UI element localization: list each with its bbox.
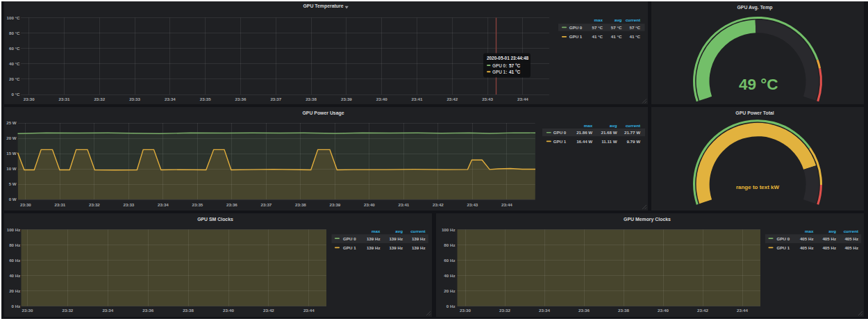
svg-text:23:31: 23:31 bbox=[54, 202, 65, 207]
svg-text:GPU Memory Clocks: GPU Memory Clocks bbox=[624, 217, 671, 222]
svg-text:139 Hz: 139 Hz bbox=[367, 245, 381, 250]
svg-text:GPU 0: GPU 0 bbox=[553, 130, 567, 135]
svg-text:23:30: 23:30 bbox=[460, 308, 471, 313]
svg-text:23:41: 23:41 bbox=[398, 202, 409, 207]
svg-text:23:38: 23:38 bbox=[295, 202, 306, 207]
svg-text:40 Hz: 40 Hz bbox=[9, 273, 20, 278]
svg-text:405 Hz: 405 Hz bbox=[844, 245, 858, 250]
svg-text:23:32: 23:32 bbox=[62, 308, 73, 313]
svg-text:21.77 W: 21.77 W bbox=[624, 130, 640, 135]
svg-text:GPU Power Total: GPU Power Total bbox=[735, 110, 774, 115]
svg-text:23:44: 23:44 bbox=[303, 308, 315, 313]
svg-text:405 Hz: 405 Hz bbox=[844, 236, 858, 241]
svg-text:23:33: 23:33 bbox=[129, 97, 140, 101]
svg-text:avg: avg bbox=[395, 229, 403, 233]
svg-text:GPU 0: GPU 0 bbox=[569, 24, 583, 29]
svg-text:23:32: 23:32 bbox=[89, 202, 100, 207]
svg-text:23:39: 23:39 bbox=[341, 97, 352, 101]
svg-text:current: current bbox=[410, 229, 425, 233]
svg-text:max: max bbox=[372, 229, 381, 233]
svg-text:23:42: 23:42 bbox=[697, 308, 708, 313]
svg-text:23:35: 23:35 bbox=[192, 202, 203, 207]
svg-text:23:42: 23:42 bbox=[263, 308, 274, 313]
svg-text:max: max bbox=[805, 229, 814, 233]
svg-text:23:42: 23:42 bbox=[433, 202, 444, 207]
svg-text:100 Hz: 100 Hz bbox=[7, 227, 21, 232]
svg-text:23:42: 23:42 bbox=[446, 97, 458, 101]
svg-text:23:34: 23:34 bbox=[102, 308, 113, 313]
svg-text:23:38: 23:38 bbox=[618, 308, 629, 313]
svg-text:max: max bbox=[584, 123, 593, 128]
svg-text:41 °C: 41 °C bbox=[629, 34, 640, 39]
svg-text:23:40: 23:40 bbox=[223, 308, 234, 313]
svg-text:0 Hz: 0 Hz bbox=[12, 304, 21, 308]
svg-text:23:39: 23:39 bbox=[329, 202, 340, 207]
svg-text:23:34: 23:34 bbox=[539, 308, 550, 313]
svg-text:9.79 W: 9.79 W bbox=[626, 139, 640, 144]
svg-text:41 °C: 41 °C bbox=[611, 34, 622, 39]
svg-text:20 W: 20 W bbox=[6, 135, 17, 140]
svg-text:23:37: 23:37 bbox=[260, 202, 272, 207]
svg-text:GPU 1: GPU 1 bbox=[777, 245, 790, 250]
svg-text:139 Hz: 139 Hz bbox=[389, 236, 403, 241]
svg-text:40 °C: 40 °C bbox=[9, 61, 20, 66]
svg-text:GPU Power Usage: GPU Power Usage bbox=[302, 110, 344, 116]
svg-text:23:32: 23:32 bbox=[499, 308, 510, 313]
svg-text:25 W: 25 W bbox=[6, 120, 17, 125]
svg-text:23:36: 23:36 bbox=[578, 308, 590, 313]
svg-text:2020-05-01 23:44:48: 2020-05-01 23:44:48 bbox=[487, 56, 528, 60]
svg-text:21.86 W: 21.86 W bbox=[576, 130, 592, 135]
svg-text:23:43: 23:43 bbox=[482, 97, 493, 101]
svg-text:23:32: 23:32 bbox=[94, 97, 105, 101]
svg-text:60 °C: 60 °C bbox=[9, 45, 20, 50]
svg-text:GPU 1: GPU 1 bbox=[343, 245, 356, 250]
svg-text:41 °C: 41 °C bbox=[592, 34, 603, 39]
svg-text:60 Hz: 60 Hz bbox=[444, 258, 455, 263]
svg-text:23:40: 23:40 bbox=[658, 308, 669, 313]
svg-text:23:40: 23:40 bbox=[364, 202, 375, 207]
svg-text:GPU 0: GPU 0 bbox=[777, 236, 790, 241]
svg-text:23:36: 23:36 bbox=[235, 97, 247, 101]
svg-text:80 °C: 80 °C bbox=[9, 30, 20, 35]
svg-text:139 Hz: 139 Hz bbox=[367, 236, 381, 241]
svg-text:GPU Avg. Temp: GPU Avg. Temp bbox=[737, 4, 772, 10]
svg-text:current: current bbox=[626, 17, 640, 22]
svg-text:80 Hz: 80 Hz bbox=[444, 242, 455, 247]
svg-text:GPU Temperature: GPU Temperature bbox=[303, 3, 343, 9]
svg-text:23:30: 23:30 bbox=[20, 202, 31, 207]
svg-text:139 Hz: 139 Hz bbox=[412, 236, 426, 241]
svg-text:23:33: 23:33 bbox=[123, 202, 134, 207]
svg-text:405 Hz: 405 Hz bbox=[800, 236, 814, 241]
svg-text:23:44: 23:44 bbox=[501, 202, 512, 207]
svg-text:11.11 W: 11.11 W bbox=[601, 139, 617, 144]
svg-text:16.44 W: 16.44 W bbox=[576, 139, 592, 144]
svg-text:GPU SM Clocks: GPU SM Clocks bbox=[197, 217, 233, 222]
svg-text:57 °C: 57 °C bbox=[509, 63, 520, 67]
svg-text:57 °C: 57 °C bbox=[592, 24, 603, 29]
svg-text:GPU 0:: GPU 0: bbox=[492, 63, 507, 67]
svg-text:10 W: 10 W bbox=[6, 166, 17, 171]
svg-text:GPU 0: GPU 0 bbox=[343, 236, 356, 241]
svg-text:23:40: 23:40 bbox=[376, 97, 387, 101]
svg-text:57 °C: 57 °C bbox=[629, 24, 640, 29]
svg-text:range to text kW: range to text kW bbox=[736, 184, 780, 190]
svg-text:0 Hz: 0 Hz bbox=[446, 304, 456, 308]
svg-text:23:35: 23:35 bbox=[200, 97, 211, 101]
svg-text:57 °C: 57 °C bbox=[611, 24, 622, 29]
svg-text:20 Hz: 20 Hz bbox=[9, 288, 20, 293]
svg-text:avg: avg bbox=[615, 17, 622, 22]
svg-text:current: current bbox=[844, 229, 858, 233]
svg-text:23:41: 23:41 bbox=[412, 97, 423, 101]
svg-text:23:38: 23:38 bbox=[306, 97, 317, 101]
svg-text:23:36: 23:36 bbox=[226, 202, 237, 207]
svg-text:23:44: 23:44 bbox=[737, 308, 748, 313]
svg-text:avg: avg bbox=[610, 123, 617, 128]
svg-text:current: current bbox=[626, 123, 640, 128]
svg-text:23:37: 23:37 bbox=[270, 97, 281, 101]
svg-text:avg: avg bbox=[828, 229, 836, 233]
svg-text:20 °C: 20 °C bbox=[9, 76, 20, 81]
svg-text:23:30: 23:30 bbox=[22, 308, 33, 313]
svg-text:23:38: 23:38 bbox=[183, 308, 194, 313]
svg-text:405 Hz: 405 Hz bbox=[822, 236, 836, 241]
svg-text:GPU 1:: GPU 1: bbox=[492, 69, 507, 74]
